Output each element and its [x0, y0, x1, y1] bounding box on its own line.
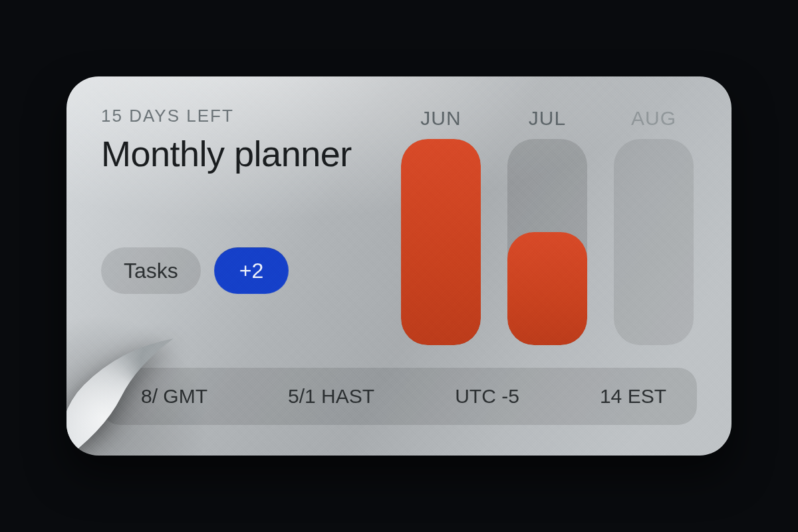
timezone-item[interactable]: 14 EST [600, 385, 666, 408]
chip-row: Tasks +2 [101, 247, 352, 294]
month-jul[interactable]: JUL [504, 107, 591, 345]
timezone-item[interactable]: 8/ GMT [141, 385, 207, 408]
month-label: JUL [529, 107, 566, 130]
bar-track [401, 139, 481, 345]
bar-track [507, 139, 587, 345]
bar-fill [401, 139, 481, 345]
tasks-chip[interactable]: Tasks [101, 247, 201, 294]
month-label: JUN [420, 107, 461, 130]
month-aug[interactable]: AUG [610, 107, 697, 345]
card-headings: 15 DAYS LEFT Monthly planner Tasks +2 [101, 106, 352, 294]
task-count-chip[interactable]: +2 [214, 247, 289, 294]
month-label: AUG [631, 107, 676, 130]
timezone-item[interactable]: 5/1 HAST [288, 385, 374, 408]
card-title: Monthly planner [101, 133, 352, 174]
timezone-bar[interactable]: 8/ GMT 5/1 HAST UTC -5 14 EST [101, 368, 697, 425]
bar-fill [507, 232, 587, 346]
card-top-row: 15 DAYS LEFT Monthly planner Tasks +2 JU… [101, 106, 697, 345]
timezone-item[interactable]: UTC -5 [455, 385, 519, 408]
planner-card: 15 DAYS LEFT Monthly planner Tasks +2 JU… [66, 76, 732, 456]
days-left-label: 15 DAYS LEFT [101, 106, 352, 126]
month-bars: JUN JUL AUG [398, 106, 697, 345]
bar-track [614, 139, 694, 345]
month-jun[interactable]: JUN [398, 107, 484, 345]
